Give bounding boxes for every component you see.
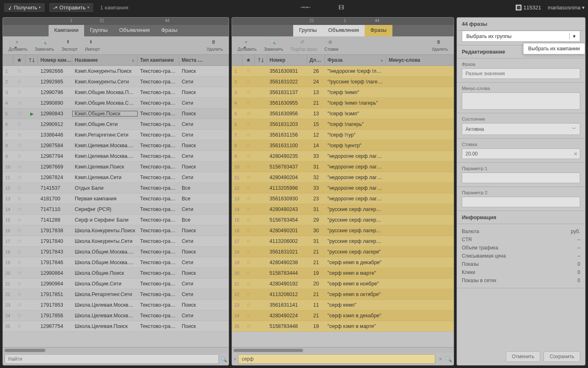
star-icon[interactable]: ☆ bbox=[243, 68, 255, 74]
phrase-row[interactable]: 9☆428049023533"недорогие серф лагер… bbox=[232, 151, 454, 162]
phrase-row[interactable]: 2☆356163102224"!русские !серф !лагеря" bbox=[232, 76, 454, 87]
delete-button[interactable]: 🗑Удалить bbox=[204, 39, 225, 52]
campaign-row[interactable]: 14☆7147110Серифнг (РСЯ)Текстово-граф…Сет… bbox=[3, 204, 229, 215]
phrase-row[interactable]: 13☆356163093023"недорогие серф лагеря" bbox=[232, 193, 454, 204]
campaign-row[interactable]: 17☆17917840Школа.Конкуренты.СетиТекстово… bbox=[3, 236, 229, 247]
star-icon[interactable]: ☆ bbox=[243, 89, 255, 95]
star-icon[interactable]: ☆ bbox=[13, 121, 26, 127]
star-icon[interactable]: ☆ bbox=[13, 291, 26, 297]
phrase-row[interactable]: 18☆356163102121"русские серф лагеря" bbox=[232, 247, 454, 257]
star-icon[interactable]: ☆ bbox=[243, 79, 255, 85]
star-icon[interactable]: ☆ bbox=[243, 153, 255, 159]
mid-tab-groups[interactable]: Группы bbox=[293, 25, 322, 36]
phrase-row[interactable]: 8☆356163110014"!серф !центр" bbox=[232, 140, 454, 151]
minus-input[interactable] bbox=[462, 92, 580, 110]
star-icon[interactable]: ☆ bbox=[13, 100, 26, 106]
campaign-row[interactable]: 7☆13386446Кэмп.Ретаргетинг.СетиТекстово-… bbox=[3, 130, 229, 140]
mid-search-icon[interactable]: 🔍 bbox=[445, 356, 452, 362]
star-icon[interactable]: ☆ bbox=[243, 291, 255, 297]
campaign-row[interactable]: 15☆7141288Серф и Серфинг БалиТекстово-гр… bbox=[3, 215, 229, 225]
phrase-row[interactable]: 20☆515878344419"серф кемп в марте" bbox=[232, 268, 454, 278]
phrase-row[interactable]: 21☆428049019220"серф кемп в ноябре" bbox=[232, 278, 454, 289]
param2-input[interactable] bbox=[462, 197, 580, 207]
campaign-row[interactable]: 24☆17917856Школа.Целевая.Москва…Текстово… bbox=[3, 310, 229, 321]
phrase-row[interactable]: 5☆356163095613"!серф !кэмп" bbox=[232, 108, 454, 119]
tab-groups[interactable]: Группы bbox=[84, 25, 113, 36]
star-icon[interactable]: ☆ bbox=[13, 195, 26, 202]
star-icon[interactable]: ☆ bbox=[13, 79, 26, 85]
export-button[interactable]: ⬆Экспорт bbox=[59, 39, 80, 52]
mid-tab-ads[interactable]: Объявления bbox=[323, 25, 365, 36]
mid-hscroll[interactable] bbox=[232, 347, 454, 353]
tab-phrases[interactable]: Фразы bbox=[156, 25, 183, 36]
campaign-row[interactable]: 21☆12990964Школа.Общие.СетиТекстово-граф… bbox=[3, 278, 229, 289]
star-icon[interactable]: ☆ bbox=[243, 142, 255, 148]
mid-grid-body[interactable]: 1☆356163093126"!недорогие !серф !лаге…2☆… bbox=[232, 66, 454, 347]
star-icon[interactable]: ☆ bbox=[243, 100, 255, 106]
star-icon[interactable]: ☆ bbox=[13, 164, 26, 170]
campaign-row[interactable]: 23☆17917853Школа.Целевая.Москва…Текстово… bbox=[3, 300, 229, 310]
campaign-row[interactable]: 10☆12987669Кэмп.Целевая.ПоискТекстово-гр… bbox=[3, 162, 229, 172]
search-icon[interactable]: 🔍 bbox=[220, 356, 227, 362]
col-phrase[interactable]: Фраза▲ bbox=[325, 55, 386, 65]
campaign-row[interactable]: 22☆17917851Школа.Ретаргетинг.СетиТекстов… bbox=[3, 289, 229, 300]
send-button[interactable]: ↗Отправить▾ bbox=[49, 2, 94, 13]
campaign-row[interactable]: 19☆17917846Школа.Общие.Москва.…Текстово-… bbox=[3, 257, 229, 268]
star-icon[interactable]: ☆ bbox=[243, 238, 255, 244]
campaign-row[interactable]: 25☆12987754Школа.Целевая.ПоискТекстово-г… bbox=[3, 321, 229, 332]
phrase-row[interactable]: 23☆356163114111"серф кемп" bbox=[232, 300, 454, 310]
star-icon[interactable]: ☆ bbox=[243, 280, 255, 287]
clear-search-icon[interactable]: ✕ bbox=[437, 357, 444, 362]
star-icon[interactable]: ☆ bbox=[243, 323, 255, 329]
star-icon[interactable]: ☆ bbox=[13, 302, 26, 308]
star-col-header[interactable]: ★ bbox=[13, 55, 26, 65]
save-button[interactable]: Сохранить bbox=[543, 351, 580, 362]
campaign-row[interactable]: 8☆12987584Кэмп.Целевая.Москва.…Текстово-… bbox=[3, 140, 229, 151]
phrase-row[interactable]: 6☆356163120315"!серф !лагерь" bbox=[232, 119, 454, 130]
star-icon[interactable]: ☆ bbox=[13, 142, 26, 148]
star-icon[interactable]: ☆ bbox=[13, 227, 26, 233]
phrase-row[interactable]: 16☆428049020130"русские серф лагеря в… bbox=[232, 225, 454, 236]
phrase-row[interactable]: 19☆428049023821"серф кемп в декабре" bbox=[232, 257, 454, 268]
phrase-row[interactable]: 4☆356163095521"!серф !кемп !лагерь" bbox=[232, 98, 454, 108]
bid-input[interactable] bbox=[462, 148, 580, 159]
mid-star-col[interactable]: ★ bbox=[243, 55, 255, 65]
phrase-row[interactable]: 3☆356163113713"!серф !кемп" bbox=[232, 87, 454, 98]
campaign-row[interactable]: 5☆▶12990843Кэмп.Общие.ПоискТекстово-граф… bbox=[3, 108, 229, 119]
col-number[interactable]: Номер кам… bbox=[38, 55, 72, 65]
star-icon[interactable]: ☆ bbox=[13, 249, 26, 255]
star-icon[interactable]: ☆ bbox=[243, 217, 255, 223]
clear-bid-icon[interactable]: ✕ bbox=[573, 151, 578, 157]
star-icon[interactable]: ☆ bbox=[13, 185, 26, 191]
phrase-row[interactable]: 17☆411320600231"русские серф лагеря в… bbox=[232, 236, 454, 247]
user-menu[interactable]: mariiasosnina ▾ bbox=[548, 4, 585, 11]
star-icon[interactable]: ☆ bbox=[243, 110, 255, 117]
col-phrase-number[interactable]: Номер bbox=[267, 55, 307, 65]
campaign-row[interactable]: 2☆12992985Кэмп.Конкуренты.СетиТекстово-г… bbox=[3, 76, 229, 87]
mid-tab-phrases[interactable]: Фразы bbox=[365, 25, 392, 36]
mid-replace-button[interactable]: 🔍Заменить bbox=[261, 39, 285, 52]
star-icon[interactable]: ☆ bbox=[243, 185, 255, 191]
star-icon[interactable]: ☆ bbox=[13, 174, 26, 180]
star-icon[interactable]: ☆ bbox=[243, 195, 255, 202]
add-button[interactable]: ＋▾Добавить bbox=[6, 39, 30, 52]
star-icon[interactable]: ☆ bbox=[243, 302, 255, 308]
left-hscroll[interactable] bbox=[3, 347, 229, 353]
star-icon[interactable]: ☆ bbox=[243, 206, 255, 212]
phrase-row[interactable]: 11☆428049020432"недорогие серф лагер… bbox=[232, 172, 454, 183]
campaign-row[interactable]: 3☆12990796Кэмп.Общие.Москва.П…Текстово-г… bbox=[3, 87, 229, 98]
star-icon[interactable]: ☆ bbox=[13, 206, 26, 212]
mid-search-input[interactable] bbox=[238, 354, 435, 364]
film-icon[interactable]: 🎞 bbox=[336, 3, 346, 12]
star-icon[interactable]: ☆ bbox=[243, 132, 255, 138]
campaign-row[interactable]: 1☆12992666Кэмп.Конкуренты.ПоискТекстово-… bbox=[3, 66, 229, 76]
star-icon[interactable]: ☆ bbox=[243, 270, 255, 276]
phrase-row[interactable]: 25☆515878344819"серф кэмп в марте" bbox=[232, 321, 454, 332]
phrase-row[interactable]: 1☆356163093126"!недорогие !серф !лаге… bbox=[232, 66, 454, 76]
campaign-row[interactable]: 4☆12990890Кэмп.Общие.Москва.С…Текстово-г… bbox=[3, 98, 229, 108]
phrase-row[interactable]: 15☆515878345429"русские серф лагеря в… bbox=[232, 215, 454, 225]
param1-input[interactable] bbox=[462, 173, 580, 183]
campaign-row[interactable]: 11☆12987824Кэмп.Целевая.СетиТекстово-гра… bbox=[3, 172, 229, 183]
phrase-row[interactable]: 24☆428049022421"серф кэмп в декабре" bbox=[232, 310, 454, 321]
campaign-row[interactable]: 18☆17917843Школа.Общие.Москва.…Текстово-… bbox=[3, 247, 229, 257]
